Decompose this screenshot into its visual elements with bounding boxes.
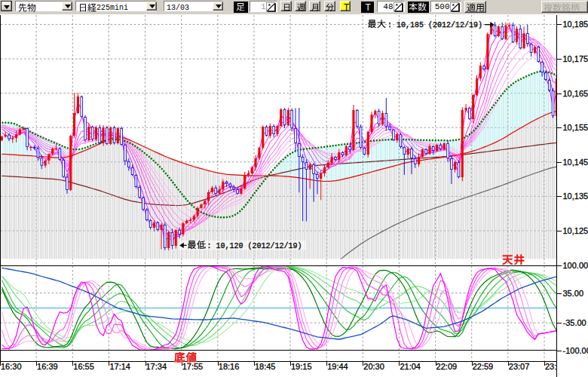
svg-text:22:09: 22:09 <box>436 362 458 371</box>
svg-text:10,185: 10,185 <box>563 20 588 29</box>
svg-text:10,125: 10,125 <box>563 226 588 235</box>
svg-text:10,175: 10,175 <box>563 54 588 63</box>
svg-text:16:39: 16:39 <box>37 362 58 371</box>
svg-text:17:55: 17:55 <box>182 362 204 371</box>
svg-text:10,165: 10,165 <box>563 89 588 98</box>
svg-text:: 10,185 (2012/12/19): : 10,185 (2012/12/19) <box>387 21 482 29</box>
svg-text:17:14: 17:14 <box>109 362 130 371</box>
svg-text:17:34: 17:34 <box>146 362 167 371</box>
svg-text:100.00: 100.00 <box>563 261 588 270</box>
svg-text:18:45: 18:45 <box>255 362 276 371</box>
svg-text:20:30: 20:30 <box>363 362 384 371</box>
svg-text:-100.00: -100.00 <box>563 346 588 355</box>
svg-text:10,145: 10,145 <box>563 158 588 167</box>
svg-text:21:04: 21:04 <box>400 362 421 371</box>
svg-text:23:07: 23:07 <box>509 362 530 371</box>
svg-text:19:44: 19:44 <box>327 362 348 371</box>
svg-text:: 10,120 (2012/12/19): : 10,120 (2012/12/19) <box>207 242 302 250</box>
svg-text:16:55: 16:55 <box>73 362 94 371</box>
svg-text:16:30: 16:30 <box>1 362 22 371</box>
svg-text:19:15: 19:15 <box>291 362 312 371</box>
svg-text:-35.00: -35.00 <box>563 318 586 327</box>
svg-text:18:16: 18:16 <box>219 362 240 371</box>
svg-text:35.00: 35.00 <box>563 289 584 298</box>
svg-text:10,155: 10,155 <box>563 123 588 132</box>
svg-text:22:59: 22:59 <box>473 362 494 371</box>
svg-text:23:16: 23:16 <box>545 362 566 371</box>
svg-text:10,135: 10,135 <box>563 192 588 201</box>
